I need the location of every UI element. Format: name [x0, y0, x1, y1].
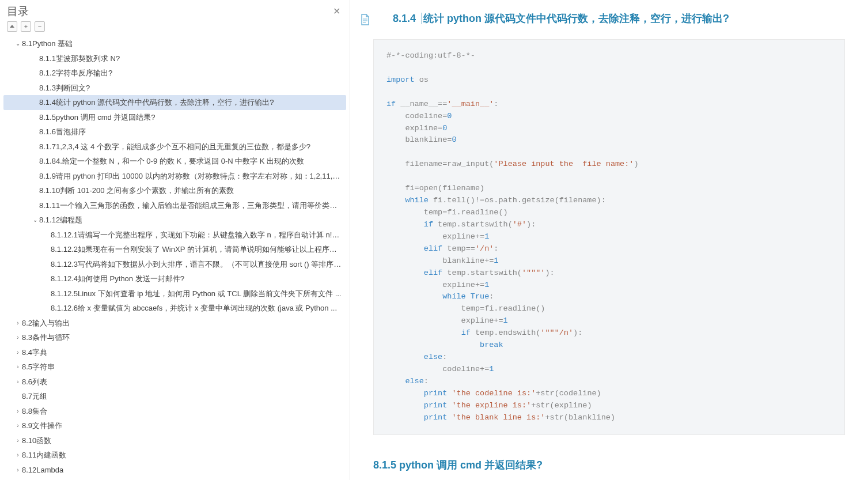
toc-item-label: 8.1.5python 调用 cmd 并返回结果? [39, 112, 156, 123]
toc-tree[interactable]: ⌄8.1Python 基础8.1.1斐波那契数列求 N?8.1.2字符串反序输出… [0, 36, 350, 480]
chevron-right-icon[interactable]: › [14, 333, 22, 342]
toc-item-label: 8.1.10判断 101-200 之间有多少个素数，并输出所有的素数 [39, 185, 234, 196]
toc-item-label: 8.6列表 [22, 376, 47, 388]
toc-item-label: 8.1.1斐波那契数列求 N? [39, 53, 120, 65]
heading-number: 8.1.4 [393, 13, 416, 24]
toc-item-label: 8.1.6冒泡排序 [39, 126, 86, 138]
sidebar-toc-panel: 目录 ✕ + − ⌄8.1Python 基础8.1.1斐波那契数列求 N?8.1… [0, 0, 350, 480]
toc-item[interactable]: ⌄8.1Python 基础 [3, 36, 346, 51]
toc-item-label: 8.1Python 基础 [22, 38, 73, 50]
toc-item-label: 8.1.12.4如何使用 Python 发送一封邮件? [51, 273, 184, 285]
close-icon[interactable]: ✕ [331, 3, 343, 19]
toc-item-label: 8.1.12.6给 x 变量赋值为 abccaefs，并统计 x 变量中单词出现… [51, 303, 337, 314]
chevron-down-icon[interactable]: ⌄ [14, 39, 22, 48]
toc-item-label: 8.1.12.3写代码将如下数据从小到大排序，语言不限。（不可以直接使用 sor… [51, 259, 343, 270]
section-heading-814: 8.1.4 统计 python 源代码文件中代码行数，去除注释，空行，进行输出? [373, 12, 845, 25]
toc-item[interactable]: ›8.6列表 [3, 375, 346, 390]
content-pane: 8.1.4 统计 python 源代码文件中代码行数，去除注释，空行，进行输出?… [350, 0, 868, 480]
toolbar-expand-button[interactable]: + [21, 21, 31, 32]
toc-item-label: 8.1.12编程题 [39, 214, 82, 226]
toc-item[interactable]: 8.1.9请用 python 打印出 10000 以内的对称数（对称数特点：数字… [3, 169, 346, 184]
chevron-right-icon[interactable]: › [14, 421, 22, 430]
toc-item-label: 8.1.12.2如果现在有一台刚安装了 WinXP 的计算机，请简单说明如何能够… [51, 244, 343, 255]
toc-item-label: 8.1.3判断回文? [39, 82, 90, 94]
chevron-right-icon[interactable]: › [14, 466, 22, 474]
toc-item-label: 8.10函数 [22, 435, 51, 447]
toc-item[interactable]: ›8.4字典 [3, 345, 346, 360]
toc-item-label: 8.1.84.给定一个整数 N，和一个 0-9 的数 K，要求返回 0-N 中数… [39, 156, 304, 167]
chevron-right-icon[interactable]: › [14, 436, 22, 445]
toc-item-label: 8.1.4统计 python 源代码文件中代码行数，去除注释，空行，进行输出? [39, 97, 274, 108]
toc-item[interactable]: 8.1.6冒泡排序 [3, 124, 346, 139]
toc-item-label: 8.1.9请用 python 打印出 10000 以内的对称数（对称数特点：数字… [39, 171, 343, 182]
toc-item[interactable]: ›8.11内建函数 [3, 448, 346, 463]
toc-item-label: 8.7元组 [22, 391, 47, 402]
toc-item[interactable]: 8.1.5python 调用 cmd 并返回结果? [3, 110, 346, 125]
toc-item[interactable]: ›8.3条件与循环 [3, 330, 346, 345]
toc-item[interactable]: ›8.9文件操作 [3, 418, 346, 433]
toc-item-label: 8.3条件与循环 [22, 332, 70, 343]
toolbar-collapse-button[interactable]: − [35, 21, 45, 32]
toc-item[interactable]: ⌄8.1.12编程题 [3, 213, 346, 228]
chevron-right-icon[interactable]: › [14, 407, 22, 415]
toc-item-label: 8.11内建函数 [22, 449, 66, 461]
toc-item[interactable]: 8.7元组 [3, 389, 346, 404]
toc-item-label: 8.8集合 [22, 406, 47, 417]
toc-item[interactable]: 8.1.11一个输入三角形的函数，输入后输出是否能组成三角形，三角形类型，请用等… [3, 198, 346, 213]
toc-item-label: 8.4字典 [22, 347, 47, 358]
chevron-right-icon[interactable]: › [14, 451, 22, 459]
toc-item-label: 8.1.11一个输入三角形的函数，输入后输出是否能组成三角形，三角形类型，请用等… [39, 200, 343, 211]
chevron-down-icon[interactable]: ⌄ [31, 216, 39, 224]
toc-item[interactable]: ›8.5字符串 [3, 360, 346, 375]
toc-item-label: 8.1.12.5Linux 下如何查看 ip 地址，如何用 Python 或 T… [51, 288, 341, 300]
toc-item[interactable]: 8.1.12.3写代码将如下数据从小到大排序，语言不限。（不可以直接使用 sor… [3, 257, 346, 272]
toc-item[interactable]: 8.1.84.给定一个整数 N，和一个 0-9 的数 K，要求返回 0-N 中数… [3, 154, 346, 169]
sidebar-title: 目录 [7, 4, 29, 19]
toc-item[interactable]: 8.1.10判断 101-200 之间有多少个素数，并输出所有的素数 [3, 183, 346, 198]
toc-item[interactable]: 8.1.4统计 python 源代码文件中代码行数，去除注释，空行，进行输出? [3, 95, 346, 110]
chevron-right-icon[interactable]: › [14, 319, 22, 327]
sidebar-toolbar: + − [0, 19, 350, 36]
toc-item-label: 8.1.12.1请编写一个完整出程序，实现如下功能：从键盘输入数字 n，程序自动… [51, 229, 343, 241]
app-root: 目录 ✕ + − ⌄8.1Python 基础8.1.1斐波那契数列求 N?8.1… [0, 0, 868, 480]
toc-item[interactable]: 8.1.12.4如何使用 Python 发送一封邮件? [3, 271, 346, 286]
toc-item[interactable]: 8.1.12.2如果现在有一台刚安装了 WinXP 的计算机，请简单说明如何能够… [3, 242, 346, 257]
code-block: #-*-coding:utf-8-*- import os if __name_… [373, 39, 845, 435]
toc-item-label: 8.5字符串 [22, 361, 55, 373]
toc-item[interactable]: 8.1.3判断回文? [3, 81, 346, 96]
toc-item-label: 8.12Lambda [22, 464, 63, 476]
toc-item[interactable]: ›8.8集合 [3, 404, 346, 419]
toc-item[interactable]: 8.1.71,2,3,4 这 4 个数字，能组成多少个互不相同的且无重复的三位数… [3, 139, 346, 154]
toc-item[interactable]: ›8.12Lambda [3, 463, 346, 478]
toc-item[interactable]: 8.1.12.1请编写一个完整出程序，实现如下功能：从键盘输入数字 n，程序自动… [3, 228, 346, 243]
section-heading-815: 8.1.5 python 调用 cmd 并返回结果? [373, 458, 845, 472]
toc-item-label: 8.1.71,2,3,4 这 4 个数字，能组成多少个互不相同的且无重复的三位数… [39, 141, 310, 153]
toc-item-label: 8.1.2字符串反序输出? [39, 67, 112, 79]
chevron-right-icon[interactable]: › [14, 348, 22, 357]
sidebar-header: 目录 ✕ [0, 0, 350, 19]
toc-item[interactable]: ›8.10函数 [3, 433, 346, 448]
toolbar-up-button[interactable] [7, 21, 17, 32]
toc-item-label: 8.9文件操作 [22, 420, 62, 432]
toc-item[interactable]: ›8.13面向对象 [3, 477, 346, 480]
document-icon [361, 14, 370, 25]
toc-item[interactable]: 8.1.1斐波那契数列求 N? [3, 51, 346, 66]
chevron-right-icon[interactable]: › [14, 377, 22, 386]
toc-item[interactable]: ›8.2输入与输出 [3, 316, 346, 331]
toc-item-label: 8.2输入与输出 [22, 318, 70, 329]
chevron-right-icon[interactable]: › [14, 362, 22, 371]
toc-item[interactable]: 8.1.2字符串反序输出? [3, 66, 346, 81]
heading-text: 统计 python 源代码文件中代码行数，去除注释，空行，进行输出? [422, 13, 729, 24]
toc-item[interactable]: 8.1.12.6给 x 变量赋值为 abccaefs，并统计 x 变量中单词出现… [3, 301, 346, 316]
toc-item[interactable]: 8.1.12.5Linux 下如何查看 ip 地址，如何用 Python 或 T… [3, 286, 346, 301]
